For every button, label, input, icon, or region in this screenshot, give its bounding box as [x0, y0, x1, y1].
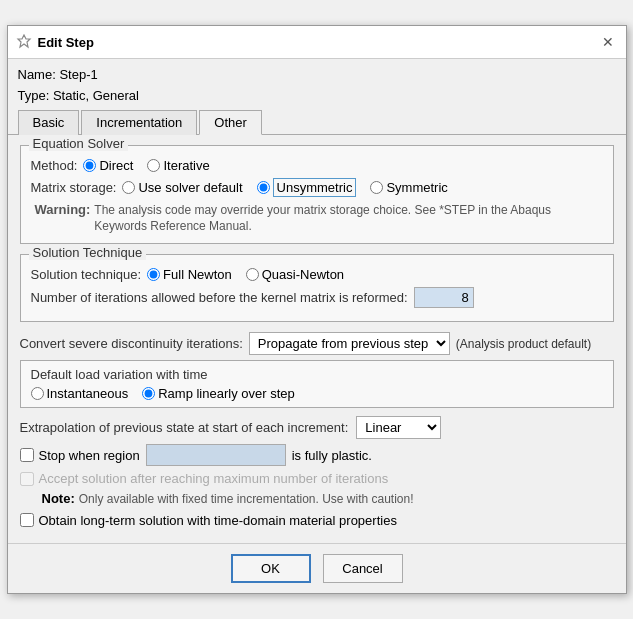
type-row: Type: Static, General [18, 86, 616, 107]
matrix-default-radio[interactable] [122, 181, 135, 194]
stop-when-checkbox[interactable] [20, 448, 34, 462]
matrix-unsymmetric-label: Unsymmetric [273, 178, 357, 197]
load-instantaneous-label: Instantaneous [47, 386, 129, 401]
iterations-input[interactable] [414, 287, 474, 308]
method-iterative-label: Iterative [163, 158, 209, 173]
stop-when-checkbox-label[interactable]: Stop when region [20, 448, 140, 463]
extrapolation-select[interactable]: Linear Parabolic None Velocity [356, 416, 441, 439]
tab-incrementation[interactable]: Incrementation [81, 110, 197, 135]
convert-label: Convert severe discontinuity iterations: [20, 336, 243, 351]
name-value: Step-1 [59, 67, 97, 82]
ok-button[interactable]: OK [231, 554, 311, 583]
name-row: Name: Step-1 [18, 65, 616, 86]
convert-select[interactable]: Propagate from previous step [249, 332, 450, 355]
type-value: Static, General [53, 88, 139, 103]
method-direct[interactable]: Direct [83, 158, 133, 173]
method-direct-radio[interactable] [83, 159, 96, 172]
technique-radio-group: Full Newton Quasi-Newton [147, 267, 344, 282]
technique-full-newton[interactable]: Full Newton [147, 267, 232, 282]
dialog-title: Edit Step [38, 35, 94, 50]
method-iterative[interactable]: Iterative [147, 158, 209, 173]
svg-marker-0 [18, 35, 30, 47]
load-ramp-radio[interactable] [142, 387, 155, 400]
accept-solution-row: Accept solution after reaching maximum n… [20, 471, 614, 486]
warning-text: The analysis code may override your matr… [94, 202, 602, 236]
accept-solution-checkbox[interactable] [20, 472, 34, 486]
dialog-icon [16, 34, 32, 50]
warning-row: Warning: The analysis code may override … [35, 202, 603, 236]
technique-quasi-newton[interactable]: Quasi-Newton [246, 267, 344, 282]
note-row: Note: Only available with fixed time inc… [24, 491, 614, 508]
analysis-default: (Analysis product default) [456, 337, 591, 351]
footer: OK Cancel [8, 543, 626, 593]
load-instantaneous[interactable]: Instantaneous [31, 386, 129, 401]
technique-full-newton-label: Full Newton [163, 267, 232, 282]
obtain-longterm-label[interactable]: Obtain long-term solution with time-doma… [20, 513, 397, 528]
type-label: Type: [18, 88, 50, 103]
obtain-longterm-checkbox[interactable] [20, 513, 34, 527]
meta-info: Name: Step-1 Type: Static, General [8, 59, 626, 109]
matrix-storage-row: Matrix storage: Use solver default Unsym… [31, 178, 603, 197]
equation-solver-section: Equation Solver Method: Direct Iterative [20, 145, 614, 245]
title-bar: Edit Step ✕ [8, 26, 626, 59]
stop-when-label: Stop when region [39, 448, 140, 463]
iterations-label: Number of iterations allowed before the … [31, 290, 408, 305]
accept-solution-label: Accept solution after reaching maximum n… [39, 471, 389, 486]
note-label: Note: [42, 491, 75, 506]
edit-step-dialog: Edit Step ✕ Name: Step-1 Type: Static, G… [7, 25, 627, 594]
tab-content: Equation Solver Method: Direct Iterative [8, 135, 626, 543]
load-ramp[interactable]: Ramp linearly over step [142, 386, 295, 401]
matrix-storage-label: Matrix storage: [31, 180, 117, 195]
method-row: Method: Direct Iterative [31, 158, 603, 173]
name-label: Name: [18, 67, 56, 82]
stop-when-row: Stop when region is fully plastic. [20, 444, 614, 466]
method-radio-group: Direct Iterative [83, 158, 209, 173]
close-button[interactable]: ✕ [598, 32, 618, 52]
note-text: Only available with fixed time increment… [79, 491, 414, 508]
matrix-symmetric-radio[interactable] [370, 181, 383, 194]
load-ramp-label: Ramp linearly over step [158, 386, 295, 401]
convert-row: Convert severe discontinuity iterations:… [20, 332, 614, 355]
matrix-radio-group: Use solver default Unsymmetric Symmetric [122, 178, 447, 197]
extrapolation-row: Extrapolation of previous state at start… [20, 416, 614, 439]
stop-region-input[interactable] [146, 444, 286, 466]
tab-basic[interactable]: Basic [18, 110, 80, 135]
tab-other[interactable]: Other [199, 110, 262, 135]
method-direct-label: Direct [99, 158, 133, 173]
load-variation-title: Default load variation with time [31, 367, 603, 382]
matrix-symmetric[interactable]: Symmetric [370, 180, 447, 195]
matrix-unsymmetric-radio[interactable] [257, 181, 270, 194]
technique-label: Solution technique: [31, 267, 142, 282]
obtain-longterm-row: Obtain long-term solution with time-doma… [20, 513, 614, 528]
matrix-unsymmetric[interactable]: Unsymmetric [257, 178, 357, 197]
technique-quasi-newton-label: Quasi-Newton [262, 267, 344, 282]
title-bar-left: Edit Step [16, 34, 94, 50]
warning-label: Warning: [35, 202, 91, 217]
cancel-button[interactable]: Cancel [323, 554, 403, 583]
matrix-default-label: Use solver default [138, 180, 242, 195]
technique-row: Solution technique: Full Newton Quasi-Ne… [31, 267, 603, 282]
method-label: Method: [31, 158, 78, 173]
solution-technique-body: Solution technique: Full Newton Quasi-Ne… [31, 267, 603, 308]
matrix-default[interactable]: Use solver default [122, 180, 242, 195]
equation-solver-body: Method: Direct Iterative Matrix [31, 158, 603, 236]
solution-technique-title: Solution Technique [29, 245, 147, 260]
stop-when-suffix: is fully plastic. [292, 448, 372, 463]
accept-solution-checkbox-label[interactable]: Accept solution after reaching maximum n… [20, 471, 389, 486]
equation-solver-title: Equation Solver [29, 136, 129, 151]
tabs: Basic Incrementation Other [8, 109, 626, 135]
matrix-symmetric-label: Symmetric [386, 180, 447, 195]
load-variation-section: Default load variation with time Instant… [20, 360, 614, 408]
method-iterative-radio[interactable] [147, 159, 160, 172]
technique-quasi-newton-radio[interactable] [246, 268, 259, 281]
load-variation-radio-group: Instantaneous Ramp linearly over step [31, 386, 603, 401]
technique-full-newton-radio[interactable] [147, 268, 160, 281]
solution-technique-section: Solution Technique Solution technique: F… [20, 254, 614, 322]
extrapolation-label: Extrapolation of previous state at start… [20, 420, 349, 435]
load-instantaneous-radio[interactable] [31, 387, 44, 400]
obtain-longterm-text: Obtain long-term solution with time-doma… [39, 513, 397, 528]
iterations-row: Number of iterations allowed before the … [31, 287, 603, 308]
